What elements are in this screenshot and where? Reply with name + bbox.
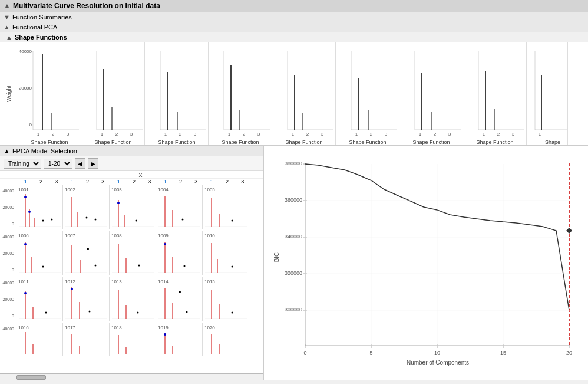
row2-charts: 1006 1007 xyxy=(16,231,249,277)
svg-text:2: 2 xyxy=(243,132,246,137)
svg-text:300000: 300000 xyxy=(285,307,302,313)
svg-text:2: 2 xyxy=(497,132,500,137)
shape-functions-header[interactable]: ▲ Shape Functions xyxy=(0,32,588,42)
svg-text:1020: 1020 xyxy=(204,325,215,330)
svg-text:1001: 1001 xyxy=(18,187,29,192)
svg-point-114 xyxy=(232,220,233,222)
svg-text:1012: 1012 xyxy=(65,279,75,284)
function-summaries-label: Function Summaries xyxy=(12,14,72,21)
mini-chart-1004: 1004 xyxy=(156,185,203,229)
svg-point-134 xyxy=(138,265,140,267)
svg-text:1: 1 xyxy=(37,132,40,137)
svg-point-160 xyxy=(89,311,91,313)
svg-text:1016: 1016 xyxy=(18,325,29,330)
svg-text:1: 1 xyxy=(164,132,167,137)
svg-point-139 xyxy=(164,243,166,245)
svg-text:1011: 1011 xyxy=(18,279,29,284)
svg-text:Shape Function: Shape Function xyxy=(222,139,259,145)
svg-point-165 xyxy=(137,312,139,314)
svg-point-89 xyxy=(24,196,27,198)
svg-text:3: 3 xyxy=(448,132,451,137)
svg-text:1003: 1003 xyxy=(111,187,122,192)
svg-point-140 xyxy=(184,265,186,267)
svg-point-103 xyxy=(117,202,120,204)
shape-chart-6: 1 2 3 Shape Function 6 xyxy=(336,42,399,145)
range-select[interactable]: 1-20 xyxy=(44,159,72,169)
mini-chart-row-4: 40000 1016 1017 xyxy=(0,323,263,357)
svg-text:340000: 340000 xyxy=(285,234,302,239)
svg-text:3: 3 xyxy=(321,132,324,137)
svg-text:Shape: Shape xyxy=(545,139,560,145)
mini-chart-1009: 1009 xyxy=(156,231,203,275)
mini-chart-1018: 1018 xyxy=(110,323,156,356)
svg-text:1010: 1010 xyxy=(204,233,215,238)
title-arrow: ▲ xyxy=(4,2,11,10)
scrollbar-thumb[interactable] xyxy=(16,375,46,380)
svg-text:Number of Components: Number of Components xyxy=(407,359,469,366)
shape-functions-label: Shape Functions xyxy=(15,34,67,41)
svg-point-129 xyxy=(95,265,97,267)
svg-text:3: 3 xyxy=(67,132,70,137)
bic-panel: 380000 360000 340000 320000 300000 0 5 1… xyxy=(264,146,588,380)
prev-button[interactable]: ◀ xyxy=(75,158,85,169)
svg-text:Shape Function: Shape Function xyxy=(31,139,68,145)
svg-point-128 xyxy=(87,248,89,250)
svg-text:Shape Function: Shape Function xyxy=(285,139,322,145)
mini-chart-1005: 1005 xyxy=(203,185,249,229)
y-axis-label: Weight xyxy=(6,86,12,102)
svg-point-123 xyxy=(42,266,44,268)
svg-text:0: 0 xyxy=(12,314,14,318)
mini-chart-1006: 1006 xyxy=(16,231,63,275)
mode-select[interactable]: Training xyxy=(4,159,41,169)
shape-chart-3: 1 2 3 Shape Function 3 xyxy=(145,42,209,145)
functional-pca-header[interactable]: ▲ Functional PCA xyxy=(0,22,588,32)
shape-chart-8: 1 2 3 Shape Function 8 xyxy=(463,42,527,145)
svg-text:1015: 1015 xyxy=(204,279,215,284)
fpca-model-header[interactable]: ▲ FPCA Model Selection xyxy=(0,146,263,156)
svg-text:1002: 1002 xyxy=(65,187,75,192)
svg-point-92 xyxy=(51,219,53,221)
svg-text:1005: 1005 xyxy=(204,187,215,192)
next-button[interactable]: ▶ xyxy=(88,158,98,169)
fpca-panel: ▲ FPCA Model Selection Training 1-20 ◀ ▶… xyxy=(0,146,264,380)
svg-text:1009: 1009 xyxy=(158,233,169,238)
fpca-arrow: ▲ xyxy=(4,24,10,31)
svg-text:Shape Function: Shape Function xyxy=(412,139,450,145)
svg-text:1004: 1004 xyxy=(158,187,169,192)
fpca-toolbar: Training 1-20 ◀ ▶ xyxy=(0,156,263,171)
mini-chart-1008: 1008 xyxy=(110,231,156,275)
svg-text:20: 20 xyxy=(566,350,572,356)
svg-point-91 xyxy=(42,220,44,222)
mini-chart-1016: 1016 xyxy=(16,323,63,356)
svg-text:40000: 40000 xyxy=(19,49,32,54)
mini-chart-1017: 1017 xyxy=(63,323,110,356)
svg-text:0: 0 xyxy=(12,268,14,272)
bottom-area: ▲ FPCA Model Selection Training 1-20 ◀ ▶… xyxy=(0,146,588,380)
function-summaries-header[interactable]: ▼ Function Summaries xyxy=(0,12,588,22)
fpca-arrow: ▲ xyxy=(4,147,10,155)
bic-chart: 380000 360000 340000 320000 300000 0 5 1… xyxy=(270,151,582,381)
x-axis-label: X xyxy=(0,171,263,179)
svg-text:2: 2 xyxy=(434,132,437,137)
svg-text:320000: 320000 xyxy=(285,270,302,276)
svg-text:0: 0 xyxy=(29,122,32,127)
shape-functions-area: Weight 40000 20000 0 1 2 xyxy=(0,42,588,146)
svg-text:1: 1 xyxy=(228,132,231,137)
svg-text:40000: 40000 xyxy=(3,327,15,331)
svg-text:1: 1 xyxy=(539,132,541,137)
svg-text:2: 2 xyxy=(370,132,373,137)
svg-point-90 xyxy=(28,211,31,213)
svg-text:5: 5 xyxy=(369,350,372,356)
sf-arrow: ▲ xyxy=(6,34,12,41)
row1-charts: 1001 1002 xyxy=(16,185,249,231)
diamond-marker xyxy=(566,228,572,234)
svg-text:40000: 40000 xyxy=(3,281,15,285)
h-scrollbar[interactable] xyxy=(0,373,263,380)
svg-text:2: 2 xyxy=(115,132,118,137)
app-title: Multivariate Curve Resolution on Initial… xyxy=(13,2,160,10)
svg-point-159 xyxy=(71,288,73,290)
svg-text:40000: 40000 xyxy=(3,189,15,193)
svg-text:10: 10 xyxy=(434,350,440,356)
svg-point-154 xyxy=(45,312,47,314)
svg-text:15: 15 xyxy=(500,350,506,356)
